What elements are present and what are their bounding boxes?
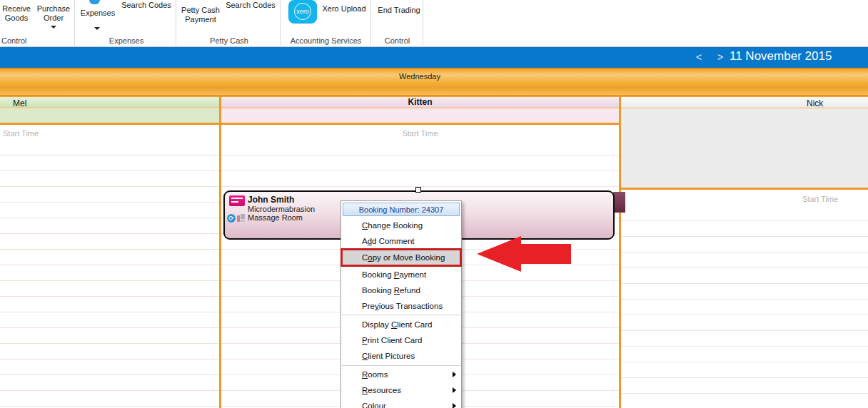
menu-item-resources[interactable]: Resources <box>341 382 461 398</box>
menu-item-print-client-card[interactable]: Print Client Card <box>341 332 461 348</box>
menu-item-previous-transactions[interactable]: Previous Transactions <box>341 298 461 314</box>
mel-allocation-row <box>0 109 219 123</box>
recurring-icon: ⟳ <box>227 214 236 223</box>
schedule-start-line <box>621 188 868 190</box>
day-of-week-label: Wednesday <box>0 72 839 81</box>
menu-item-booking-payment[interactable]: Booking Payment <box>341 267 461 282</box>
xero-upload-button[interactable]: Xero Upload <box>320 4 368 14</box>
day-band: Wednesday <box>0 68 868 96</box>
expenses-button[interactable]: Expenses <box>77 9 118 18</box>
adjacent-booking-fragment <box>613 192 625 213</box>
menu-item-client-pictures[interactable]: Client Pictures <box>341 348 461 364</box>
petty-cash-payment-button[interactable]: Petty Cash Payment <box>178 6 223 24</box>
submenu-arrow-icon <box>453 403 456 408</box>
purchase-order-button[interactable]: Purchase Order <box>33 4 74 23</box>
xero-logo-text: xero <box>294 3 311 20</box>
date-navigation-bar: < > 11 November 2015 <box>0 47 868 68</box>
start-time-label: Start Time <box>802 195 838 203</box>
ribbon-group-expenses: Expenses <box>77 36 176 45</box>
booking-room: Massage Room <box>248 213 303 222</box>
ribbon-separator <box>74 0 75 46</box>
column-name: Kitten <box>408 97 433 107</box>
previous-day-button[interactable]: < <box>691 50 707 65</box>
menu-separator <box>342 315 460 315</box>
annotation-arrow-icon <box>464 232 578 276</box>
column-header-mel[interactable]: Mel <box>0 96 219 108</box>
next-day-button[interactable]: > <box>712 50 728 65</box>
booking-client-name: John Smith <box>248 195 294 205</box>
expenses-icon <box>89 0 100 4</box>
receive-goods-button[interactable]: Receive Goods <box>0 4 33 23</box>
column-name: Mel <box>13 98 26 108</box>
ribbon-separator <box>370 0 371 46</box>
ribbon-separator <box>423 0 423 46</box>
search-codes-button[interactable]: Search Codes <box>120 1 173 10</box>
equipment-icon <box>237 214 245 223</box>
kitten-allocation-row <box>221 109 619 123</box>
ribbon-group-control: Control <box>372 36 423 45</box>
chevron-down-icon[interactable] <box>94 27 100 30</box>
mel-schedule-grid[interactable] <box>0 140 219 408</box>
submenu-arrow-icon <box>453 387 456 393</box>
column-name: Nick <box>807 98 823 108</box>
client-card-icon <box>229 195 245 206</box>
ribbon-separator <box>176 0 176 46</box>
schedule-start-line <box>0 123 620 125</box>
search-codes-button[interactable]: Search Codes <box>224 1 277 10</box>
start-time-label: Start Time <box>221 129 619 138</box>
resize-handle[interactable] <box>415 187 421 193</box>
booking-context-menu: Booking Number: 24307 Change BookingAdd … <box>340 200 462 408</box>
menu-item-copy-or-move-booking[interactable]: Copy or Move Booking <box>340 248 462 267</box>
menu-item-display-client-card[interactable]: Display Client Card <box>341 317 461 332</box>
ribbon-group-control: Control <box>1 36 30 45</box>
nick-schedule-grid[interactable] <box>621 205 868 408</box>
start-time-label: Start Time <box>3 129 39 138</box>
menu-item-booking-refund[interactable]: Booking Refund <box>341 282 461 298</box>
menu-separator <box>342 365 460 366</box>
ribbon-toolbar: Receive Goods Purchase Order Expenses Se… <box>0 0 868 47</box>
column-header-kitten[interactable]: Kitten <box>221 96 619 108</box>
booking-service: Microdermabrasion <box>248 205 315 213</box>
ribbon-group-petty-cash: Petty Cash <box>178 36 280 45</box>
app-window: Receive Goods Purchase Order Expenses Se… <box>0 0 868 408</box>
chevron-down-icon[interactable] <box>51 26 56 29</box>
current-date-label: 11 November 2015 <box>730 49 841 63</box>
menu-item-change-booking[interactable]: Change Booking <box>341 218 461 233</box>
menu-item-colour[interactable]: Colour <box>341 398 461 408</box>
submenu-arrow-icon <box>453 372 456 377</box>
booking-number-header: Booking Number: 24307 <box>343 203 460 216</box>
menu-item-add-comment[interactable]: Add Comment <box>341 233 461 249</box>
menu-item-rooms[interactable]: Rooms <box>341 367 461 383</box>
nick-offhours-block <box>621 109 868 188</box>
xero-icon[interactable]: xero <box>288 0 317 24</box>
column-header-nick[interactable]: Nick <box>621 96 868 108</box>
ribbon-group-accounting-services: Accounting Services <box>281 36 370 45</box>
end-trading-button[interactable]: End Trading <box>377 6 421 15</box>
ribbon-separator <box>280 0 281 46</box>
